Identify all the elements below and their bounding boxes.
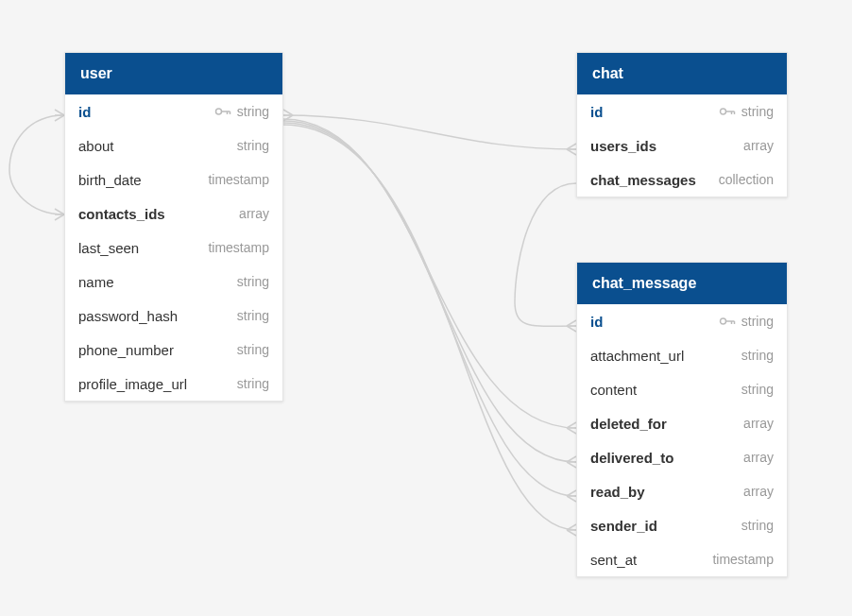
field-name: password_hash <box>78 308 178 324</box>
field-type-text: string <box>741 518 774 533</box>
field-row[interactable]: read_byarray <box>577 474 787 508</box>
field-row[interactable]: idstring <box>65 94 282 128</box>
entity-user-header[interactable]: user <box>65 53 282 94</box>
field-type: timestamp <box>712 552 774 567</box>
field-name: id <box>78 104 91 120</box>
field-row[interactable]: contacts_idsarray <box>65 197 282 231</box>
field-type: string <box>741 382 774 397</box>
field-type: string <box>237 308 269 323</box>
field-type: array <box>743 484 774 499</box>
field-row[interactable]: namestring <box>65 265 282 299</box>
field-type-text: array <box>239 206 269 221</box>
field-name: id <box>590 314 603 330</box>
entity-chat-message-header[interactable]: chat_message <box>577 263 787 304</box>
field-type: string <box>214 104 269 119</box>
field-type-text: string <box>237 376 269 391</box>
key-icon <box>719 317 736 326</box>
field-name: delivered_to <box>590 450 673 466</box>
field-type: string <box>237 138 269 153</box>
field-type-text: array <box>743 138 774 153</box>
field-name: id <box>590 104 603 120</box>
field-row[interactable]: attachment_urlstring <box>577 338 787 372</box>
entity-title: chat <box>592 65 623 81</box>
field-type-text: string <box>741 104 774 119</box>
entity-title: user <box>80 65 112 81</box>
field-type: string <box>237 274 269 289</box>
field-type: string <box>741 348 774 363</box>
field-name: users_ids <box>590 138 656 154</box>
field-type-text: array <box>743 416 774 431</box>
key-icon <box>719 107 736 116</box>
key-icon <box>214 107 231 116</box>
field-type: string <box>237 376 269 391</box>
entity-user[interactable]: user idstringaboutstringbirth_datetimest… <box>64 52 283 402</box>
field-type-text: array <box>743 484 774 499</box>
field-row[interactable]: sent_attimestamp <box>577 542 787 576</box>
field-name: content <box>590 382 637 398</box>
field-type: array <box>239 206 269 221</box>
field-name: last_seen <box>78 240 139 256</box>
field-type: string <box>237 342 269 357</box>
field-name: name <box>78 274 114 290</box>
field-type-text: string <box>237 138 269 153</box>
field-row[interactable]: sender_idstring <box>577 508 787 542</box>
entity-chat-header[interactable]: chat <box>577 53 787 94</box>
entity-user-fields: idstringaboutstringbirth_datetimestampco… <box>65 94 282 401</box>
field-name: phone_number <box>78 342 174 358</box>
field-type-text: string <box>741 348 774 363</box>
field-type-text: array <box>743 450 774 465</box>
field-row[interactable]: birth_datetimestamp <box>65 163 282 197</box>
field-name: deleted_for <box>590 416 667 432</box>
field-row[interactable]: chat_messagescollection <box>577 163 787 197</box>
field-row[interactable]: contentstring <box>577 372 787 406</box>
field-name: profile_image_url <box>78 376 187 392</box>
field-row[interactable]: idstring <box>577 94 787 128</box>
field-type-text: string <box>237 342 269 357</box>
entity-chat[interactable]: chat idstringusers_idsarraychat_messages… <box>576 52 788 197</box>
field-name: about <box>78 138 114 154</box>
field-type-text: timestamp <box>712 552 774 567</box>
entity-chat-message[interactable]: chat_message idstringattachment_urlstrin… <box>576 262 788 577</box>
field-type-text: timestamp <box>208 240 269 255</box>
svg-point-10 <box>720 109 725 114</box>
field-row[interactable]: aboutstring <box>65 128 282 163</box>
field-row[interactable]: delivered_toarray <box>577 440 787 474</box>
field-row[interactable]: profile_image_urlstring <box>65 367 282 401</box>
field-name: birth_date <box>78 172 142 188</box>
field-name: contacts_ids <box>78 206 165 222</box>
field-type: array <box>743 138 774 153</box>
field-name: read_by <box>590 484 645 500</box>
diagram-canvas: user idstringaboutstringbirth_datetimest… <box>0 0 852 616</box>
field-type-text: string <box>237 308 269 323</box>
field-row[interactable]: users_idsarray <box>577 128 787 163</box>
field-type-text: string <box>237 104 269 119</box>
field-type: string <box>741 518 774 533</box>
field-type: string <box>719 314 774 329</box>
field-type: array <box>743 450 774 465</box>
field-type-text: string <box>237 274 269 289</box>
field-name: sender_id <box>590 518 657 534</box>
entity-chat-message-fields: idstringattachment_urlstringcontentstrin… <box>577 304 787 576</box>
field-type: string <box>719 104 774 119</box>
field-row[interactable]: idstring <box>577 304 787 338</box>
entity-chat-fields: idstringusers_idsarraychat_messagescolle… <box>577 94 787 197</box>
field-type-text: string <box>741 314 774 329</box>
field-row[interactable]: last_seentimestamp <box>65 231 282 265</box>
field-name: chat_messages <box>590 172 696 188</box>
field-type: timestamp <box>208 172 269 187</box>
svg-point-6 <box>215 109 221 114</box>
field-row[interactable]: password_hashstring <box>65 299 282 333</box>
field-type-text: timestamp <box>208 172 269 187</box>
field-row[interactable]: phone_numberstring <box>65 333 282 367</box>
field-type-text: collection <box>719 172 774 187</box>
field-name: sent_at <box>590 552 637 568</box>
field-type: timestamp <box>208 240 269 255</box>
field-type: collection <box>719 172 774 187</box>
field-type-text: string <box>741 382 774 397</box>
field-row[interactable]: deleted_forarray <box>577 406 787 440</box>
field-name: attachment_url <box>590 348 684 364</box>
svg-point-14 <box>720 318 725 324</box>
entity-title: chat_message <box>592 275 696 291</box>
field-type: array <box>743 416 774 431</box>
